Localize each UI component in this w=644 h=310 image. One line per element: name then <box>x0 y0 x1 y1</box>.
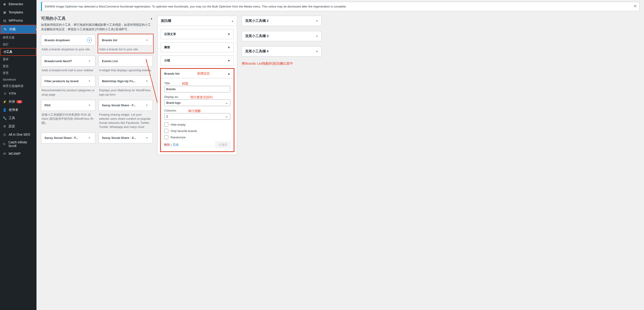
done-link[interactable]: 完成 <box>173 143 178 146</box>
sidebar-area-head[interactable]: 資訊欄▲ <box>158 16 237 26</box>
templates-icon: ▣ <box>2 10 7 14</box>
widget-rss[interactable]: RSS▼ 這個小工具能顯示任何來源的 RSS 或 Atom 資訊提供中的內容 (… <box>41 100 95 129</box>
sidebar-item-plugins[interactable]: ⚡外掛20 <box>0 98 36 106</box>
chevron-up-icon: ▲ <box>227 72 230 75</box>
widget-mailchimp[interactable]: Mailchimp Sign-Up Fo...▼ Displays your M… <box>98 76 153 97</box>
widget-open-head[interactable]: Brands list 基礎設定 ▲ <box>161 69 234 78</box>
ann-basic-settings: 基礎設定 <box>197 71 210 76</box>
chevron-down-icon: ▼ <box>87 37 92 43</box>
sidebar-sub-header[interactable]: 頁首 <box>0 63 36 70</box>
placed-widget-recent-posts[interactable]: 近期文章▼ <box>161 29 234 39</box>
main-content: EWWW Image Optimizer has detected a WooC… <box>36 0 644 310</box>
mail-icon: ✉ <box>2 151 7 156</box>
widget-filter-by-brand[interactable]: Filter products by brand▼ Recommended fo… <box>41 76 95 97</box>
notice-text: EWWW Image Optimizer has detected a WooC… <box>45 5 347 8</box>
sidebar-sub-storefront[interactable]: Storefront <box>0 76 36 83</box>
sidebar-item-aioseo[interactable]: ◎All in One SEO <box>0 131 36 139</box>
widget-brands-list[interactable]: Brands list▼ Adds a brands list to your … <box>98 34 154 53</box>
sidebar-sub-background[interactable]: 背景 <box>0 70 36 76</box>
footer-area-4[interactable]: 頁尾小工具欄 4▼ <box>242 46 322 56</box>
sidebar-sub-menus[interactable]: 選單 <box>0 56 36 63</box>
checkbox-favorite[interactable] <box>164 129 168 133</box>
sidebar-item-users[interactable]: 👤使用者 <box>0 106 36 114</box>
widget-events-list[interactable]: Events List▼ A widget that displays upco… <box>98 56 153 72</box>
user-icon: 👤 <box>2 108 7 112</box>
chevron-down-icon: ▼ <box>227 46 230 49</box>
sidebar-item-settings[interactable]: ⚙設定 <box>0 122 36 131</box>
chevron-down-icon: ▼ <box>144 37 149 43</box>
available-widgets-desc: 如需啟用指定的小工具，將它拖放到資訊欄或點擊小工具標題；如需停用指定的小工具並刪… <box>41 22 153 31</box>
sidebar-area-column: 資訊欄▲ 近期文章▼ 彙整▼ 分類▼ Brands list 基礎設定 ▲ <box>157 16 237 160</box>
checkbox-hide-empty[interactable] <box>164 123 168 127</box>
seo-icon: ◎ <box>2 132 7 137</box>
sidebar-item-elementor[interactable]: ◉Elementor <box>0 0 36 8</box>
widget-brands-dropdown[interactable]: Brands dropdown▼ Adds a brands dropdown … <box>41 35 95 52</box>
update-badge: 20 <box>16 100 22 103</box>
chevron-down-icon: ▼ <box>87 136 92 141</box>
refresh-icon: ↻ <box>2 142 6 146</box>
widget-sassy-standard[interactable]: Sassy Social Share - S...▼ <box>98 133 153 143</box>
chevron-down-icon: ▼ <box>227 59 230 62</box>
sidebar-item-templates[interactable]: ▣Templates <box>0 8 36 16</box>
available-widgets-title: 可用的小工具▲ <box>41 16 153 21</box>
gear-icon: ⚙ <box>2 124 7 129</box>
elementor-icon: ◉ <box>2 2 7 6</box>
sidebar-item-mc4wp[interactable]: ✉MC4WP <box>0 150 36 158</box>
chevron-down-icon: ▼ <box>87 103 92 108</box>
admin-notice: EWWW Image Optimizer has detected a WooC… <box>41 2 640 11</box>
chevron-down-icon: ▼ <box>144 58 149 63</box>
sidebar-item-wpforms[interactable]: ▤WPForms <box>0 16 36 24</box>
select-columns[interactable]: 2 <box>164 113 230 120</box>
chevron-down-icon: ▼ <box>144 79 149 84</box>
ann-display: 用什麼形式排列 <box>190 95 212 99</box>
ann-columns: 每行個數 <box>188 109 201 113</box>
delete-link[interactable]: 刪除 <box>164 143 170 146</box>
input-title[interactable] <box>164 86 230 92</box>
chevron-down-icon: ▼ <box>227 32 230 36</box>
dismiss-icon[interactable]: ✕ <box>633 4 638 8</box>
chevron-down-icon: ▼ <box>316 50 318 53</box>
widget-sassy-floating[interactable]: Sassy Social Share - F...▼ Floating shar… <box>98 100 153 129</box>
footer-area-3[interactable]: 頁尾小工具欄 3▼ <box>242 31 322 41</box>
sidebar-item-infinite-scroll[interactable]: ↻Catch Infinite Scroll <box>0 139 36 150</box>
chevron-down-icon: ▼ <box>144 136 149 141</box>
chevron-down-icon: ▼ <box>144 103 149 108</box>
plugin-icon: ⚡ <box>2 99 7 104</box>
ann-title: 標題 <box>182 82 188 86</box>
chevron-down-icon: ▼ <box>87 79 92 84</box>
sidebar-sub-widgets[interactable]: 小工具 <box>1 48 36 55</box>
wrench-icon: 🔧 <box>2 116 7 120</box>
placed-widget-archives[interactable]: 彙整▼ <box>161 42 234 52</box>
chevron-down-icon: ▼ <box>87 58 92 63</box>
sidebar-item-appearance[interactable]: ✎外觀 <box>1 25 36 33</box>
chevron-down-icon: ▼ <box>316 35 318 37</box>
sidebar-item-yith[interactable]: 𝒴YITH <box>0 89 36 98</box>
chevron-up-icon: ▲ <box>231 19 234 22</box>
label-title: Title: <box>164 81 170 85</box>
sidebar-item-tools[interactable]: 🔧工具 <box>0 114 36 122</box>
sidebar-sub-theme-editor[interactable]: 佈景主題編輯器 <box>0 83 36 89</box>
footer-areas-column: 頁尾小工具欄 2▼ 頁尾小工具欄 3▼ 頁尾小工具欄 4▼ 將Brands Li… <box>242 16 322 66</box>
checkbox-randomize[interactable] <box>164 135 168 139</box>
label-columns: Columns: <box>164 109 177 112</box>
widget-sassy-f2[interactable]: Sassy Social Share - F...▼ <box>41 133 95 143</box>
saved-button: 已儲存 <box>216 142 230 148</box>
drag-hint-text: 將Brands List拖動到資訊欄位當中 <box>242 61 322 66</box>
admin-sidebar: ◉Elementor ▣Templates ▤WPForms ✎外觀 佈景主題 … <box>0 0 36 310</box>
chevron-down-icon: ▼ <box>316 19 318 22</box>
wpforms-icon: ▤ <box>2 18 7 23</box>
available-widgets-column: 可用的小工具▲ 如需啟用指定的小工具，將它拖放到資訊欄或點擊小工具標題；如需停用… <box>41 16 153 143</box>
select-display[interactable]: Brand logo <box>164 99 230 106</box>
brush-icon: ✎ <box>3 27 8 32</box>
widget-breadcrumb[interactable]: Breadcrumb NavXT▼ Adds a breadcrumb trai… <box>41 56 95 72</box>
placed-widget-categories[interactable]: 分類▼ <box>161 56 234 66</box>
collapse-icon[interactable]: ▲ <box>150 17 153 20</box>
sidebar-area-panel: 資訊欄▲ 近期文章▼ 彙整▼ 分類▼ Brands list 基礎設定 ▲ <box>157 16 237 155</box>
placed-widget-brands-list-open: Brands list 基礎設定 ▲ Title:標題 Display as:用… <box>161 69 234 151</box>
label-display: Display as: <box>164 95 179 99</box>
yith-icon: 𝒴 <box>2 91 7 96</box>
sidebar-sub-themes[interactable]: 佈景主題 <box>0 34 36 41</box>
sidebar-sub-customize[interactable]: 自訂 <box>0 41 36 48</box>
footer-area-2[interactable]: 頁尾小工具欄 2▼ <box>242 16 322 26</box>
